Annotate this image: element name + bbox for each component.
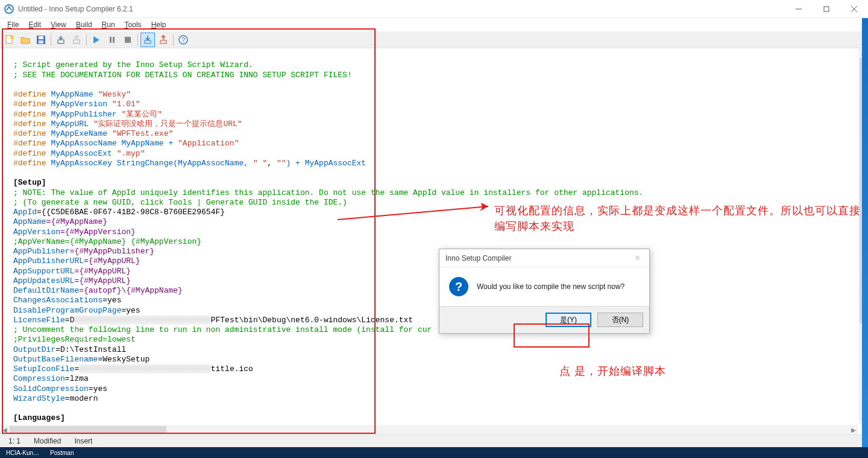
minimize-button[interactable] <box>785 0 813 18</box>
horizontal-scrollbar[interactable]: ◀ ▶ <box>0 425 858 434</box>
question-icon: ? <box>449 277 468 296</box>
annotation-box <box>514 323 590 348</box>
code-line: ; SEE THE DOCUMENTATION FOR DETAILS ON C… <box>13 71 352 80</box>
taskbar: HCIA-Kun… Postman <box>0 447 868 458</box>
svg-rect-11 <box>74 40 80 43</box>
scroll-thumb[interactable] <box>10 426 166 433</box>
menu-run[interactable]: Run <box>97 19 120 30</box>
svg-line-19 <box>338 206 488 220</box>
stop-compile-button[interactable] <box>69 33 84 47</box>
menu-file[interactable]: File <box>2 19 24 30</box>
svg-rect-14 <box>125 37 131 43</box>
toolbar: ? <box>0 31 868 48</box>
app-icon <box>4 4 14 14</box>
stop-button[interactable] <box>121 33 135 47</box>
taskbar-item[interactable]: HCIA-Kun… <box>2 450 43 456</box>
statusbar: 1: 1 Modified Insert <box>0 434 868 447</box>
save-button[interactable] <box>34 33 48 47</box>
taskbar-item[interactable]: Postman <box>46 450 77 456</box>
menu-help[interactable]: Help <box>146 19 171 30</box>
scroll-left-icon[interactable]: ◀ <box>0 425 10 434</box>
svg-rect-10 <box>58 40 64 43</box>
step-into-button[interactable] <box>140 33 155 47</box>
svg-rect-16 <box>160 40 166 43</box>
menu-edit[interactable]: Edit <box>24 19 46 30</box>
status-cursor-pos: 1: 1 <box>5 437 24 445</box>
no-button[interactable]: 否(N) <box>597 313 643 327</box>
status-insert-mode: Insert <box>71 437 96 445</box>
menubar: File Edit View Build Run Tools Help <box>0 18 868 31</box>
svg-rect-9 <box>39 40 43 43</box>
help-button[interactable]: ? <box>176 33 190 47</box>
editor-area: ; Script generated by the Inno Setup Scr… <box>0 48 868 434</box>
svg-rect-8 <box>39 36 43 39</box>
desktop-edge <box>862 18 868 447</box>
scroll-right-icon[interactable]: ▶ <box>849 425 858 434</box>
step-out-button[interactable] <box>156 33 171 47</box>
menu-build[interactable]: Build <box>71 19 97 30</box>
svg-rect-13 <box>113 37 115 43</box>
menu-view[interactable]: View <box>46 19 71 30</box>
svg-point-6 <box>10 36 14 39</box>
dialog-titlebar: Inno Setup Compiler ✕ <box>439 249 649 267</box>
open-button[interactable] <box>18 33 33 47</box>
close-button[interactable] <box>840 0 868 18</box>
maximize-button[interactable] <box>813 0 840 18</box>
close-icon[interactable]: ✕ <box>631 253 643 262</box>
new-button[interactable] <box>2 33 17 47</box>
svg-rect-2 <box>824 7 829 11</box>
compile-dialog: Inno Setup Compiler ✕ ? Would you like t… <box>439 249 650 334</box>
code-editor[interactable]: ; Script generated by the Inno Setup Scr… <box>0 48 858 425</box>
titlebar: Untitled - Inno Setup Compiler 6.2.1 <box>0 0 868 18</box>
annotation-text: 点 是，开始编译脚本 <box>559 363 666 379</box>
annotation-arrow-icon <box>338 199 494 223</box>
pause-button[interactable] <box>105 33 119 47</box>
compile-button[interactable] <box>54 33 68 47</box>
window-title: Untitled - Inno Setup Compiler 6.2.1 <box>18 5 785 13</box>
annotation-text: 可视化配置的信息，实际上都是变成这样一个配置文件。所以也可以直接编写脚本来实现 <box>494 203 862 234</box>
svg-text:?: ? <box>181 36 185 43</box>
dialog-message: Would you like to compile the new script… <box>477 282 624 291</box>
svg-rect-12 <box>110 37 112 43</box>
menu-tools[interactable]: Tools <box>120 19 146 30</box>
dialog-title: Inno Setup Compiler <box>445 254 511 262</box>
run-button[interactable] <box>89 33 104 47</box>
status-modified: Modified <box>30 437 64 445</box>
code-line: ; Script generated by the Inno Setup Scr… <box>13 60 253 69</box>
svg-rect-15 <box>145 40 151 43</box>
